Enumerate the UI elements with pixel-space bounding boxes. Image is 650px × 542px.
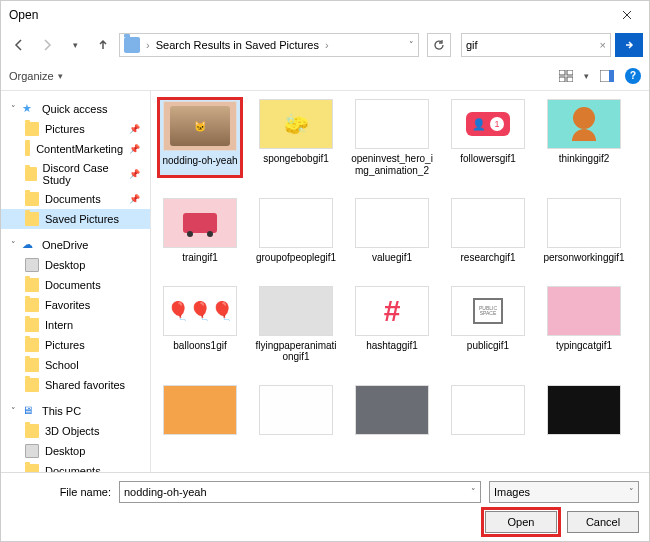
file-tile[interactable]: personworkinggif1 [543,198,625,264]
file-name-input[interactable]: nodding-oh-yeah ˅ [119,481,481,503]
open-button[interactable]: Open [485,511,557,533]
file-thumbnail [163,198,237,248]
clear-search-icon[interactable]: × [600,39,606,51]
chevron-down-icon: ˅ [629,487,634,497]
folder-icon [25,212,39,226]
search-go-button[interactable] [615,33,643,57]
sidebar-item[interactable]: Desktop [1,441,150,461]
footer: File name: nodding-oh-yeah ˅ Images ˅ Op… [1,472,649,541]
svg-rect-0 [559,70,565,75]
help-button[interactable]: ? [625,68,641,84]
file-pane[interactable]: 🐱nodding-oh-yeah🧽spongebobgif1openinvest… [151,91,649,472]
sidebar-item[interactable]: Discord Case Study📌 [1,159,150,189]
file-tile[interactable]: openinvest_hero_img_animation_2 [351,99,433,176]
sidebar-item-label: Desktop [45,259,85,271]
view-thumbnails-button[interactable] [558,68,574,84]
pc-icon: 🖥 [22,404,36,418]
file-tile[interactable]: thinkinggif2 [543,99,625,176]
sidebar-item[interactable]: Documents [1,275,150,295]
organize-menu[interactable]: Organize [9,70,54,82]
file-tile[interactable] [351,385,433,439]
chevron-right-icon: › [323,39,331,51]
chevron-down-icon[interactable]: ˅ [409,40,414,50]
sidebar-item[interactable]: Pictures [1,335,150,355]
sidebar-group-label: Quick access [42,103,107,115]
sidebar-group-this-pc[interactable]: ˅🖥This PC [1,401,150,421]
folder-icon [25,464,39,472]
pin-icon: 📌 [129,124,140,134]
sidebar-item-label: 3D Objects [45,425,99,437]
file-thumbnail [163,385,237,435]
file-type-value: Images [494,486,530,498]
file-tile[interactable]: PUBLICSPACEpublicgif1 [447,286,529,363]
file-tile[interactable]: typingcatgif1 [543,286,625,363]
file-type-select[interactable]: Images ˅ [489,481,639,503]
file-tile[interactable]: #hashtaggif1 [351,286,433,363]
file-tile[interactable]: researchgif1 [447,198,529,264]
sidebar-group-onedrive[interactable]: ˅☁OneDrive [1,235,150,255]
svg-rect-2 [559,77,565,82]
chevron-down-icon[interactable]: ˅ [471,487,476,497]
file-name-label: File name: [11,486,111,498]
sidebar-item[interactable]: Saved Pictures [1,209,150,229]
sidebar-item[interactable]: Documents📌 [1,189,150,209]
file-tile[interactable]: 👤1followersgif1 [447,99,529,176]
file-tile[interactable]: groupofpeoplegif1 [255,198,337,264]
file-tile[interactable] [447,385,529,439]
sidebar-item[interactable]: School [1,355,150,375]
sidebar-group-quick-access[interactable]: ˅★Quick access [1,99,150,119]
sidebar-item[interactable]: Documents [1,461,150,472]
file-label: balloons1gif [173,340,226,352]
sidebar-item[interactable]: Intern [1,315,150,335]
preview-pane-button[interactable] [599,68,615,84]
file-grid: 🐱nodding-oh-yeah🧽spongebobgif1openinvest… [159,99,641,439]
close-button[interactable] [609,3,645,27]
file-label: groupofpeoplegif1 [256,252,336,264]
file-thumbnail: PUBLICSPACE [451,286,525,336]
sidebar-item[interactable]: Shared favorites [1,375,150,395]
file-thumbnail: 👤1 [451,99,525,149]
file-tile[interactable] [255,385,337,439]
file-tile[interactable]: 🎈🎈🎈balloons1gif [159,286,241,363]
folder-icon [25,318,39,332]
file-thumbnail [547,198,621,248]
search-value: gif [466,39,478,51]
chevron-down-icon: ▾ [73,40,78,50]
nav-row: ▾ › Search Results in Saved Pictures › ˅… [1,29,649,61]
up-button[interactable] [91,33,115,57]
back-button[interactable] [7,33,31,57]
search-box[interactable]: gif × [461,33,611,57]
file-tile[interactable]: valuegif1 [351,198,433,264]
cancel-button[interactable]: Cancel [567,511,639,533]
file-thumbnail [451,198,525,248]
file-tile[interactable] [543,385,625,439]
sidebar-item[interactable]: ContentMarketing📌 [1,139,150,159]
sidebar-item[interactable]: 3D Objects [1,421,150,441]
file-tile[interactable]: 🧽spongebobgif1 [255,99,337,176]
svg-rect-3 [567,77,573,82]
arrow-left-icon [12,38,26,52]
folder-icon [124,37,140,53]
chevron-down-icon: ▾ [58,71,63,81]
file-thumbnail [355,198,429,248]
file-tile[interactable]: flyingpaperanimationgif1 [255,286,337,363]
file-label: valuegif1 [372,252,412,264]
sidebar-item[interactable]: Favorites [1,295,150,315]
sidebar-item-label: Shared favorites [45,379,125,391]
arrow-right-icon [40,38,54,52]
sidebar-item[interactable]: Pictures📌 [1,119,150,139]
sidebar-item[interactable]: Desktop [1,255,150,275]
refresh-button[interactable] [427,33,451,57]
recent-button[interactable]: ▾ [63,33,87,57]
file-label: researchgif1 [460,252,515,264]
chevron-down-icon[interactable]: ▾ [584,71,589,81]
file-tile[interactable]: 🐱nodding-oh-yeah [159,99,241,176]
folder-icon [25,192,39,206]
file-tile[interactable] [159,385,241,439]
forward-button[interactable] [35,33,59,57]
file-label: followersgif1 [460,153,516,165]
folder-icon [25,278,39,292]
file-tile[interactable]: traingif1 [159,198,241,264]
address-bar[interactable]: › Search Results in Saved Pictures › ˅ [119,33,419,57]
folder-icon [25,298,39,312]
